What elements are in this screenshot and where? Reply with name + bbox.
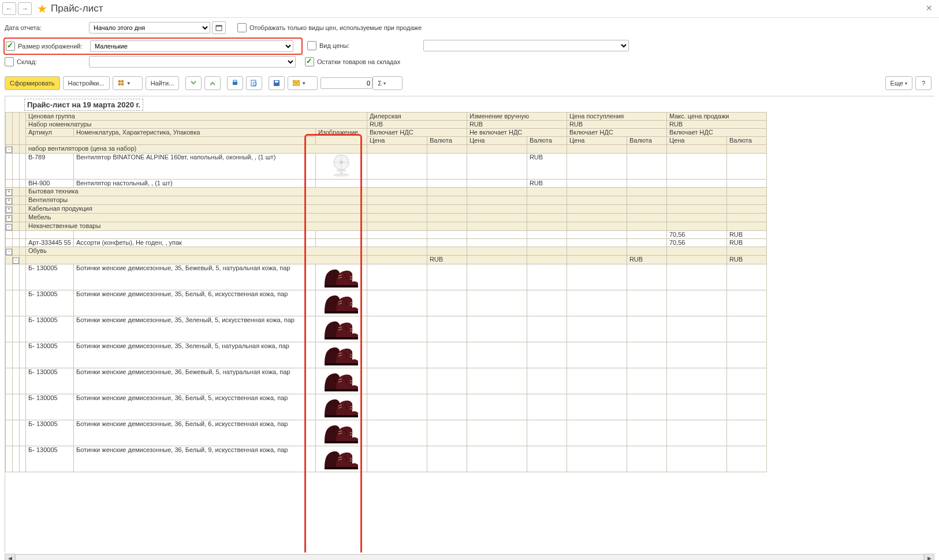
close-icon[interactable]: ✕: [924, 3, 934, 13]
table-row[interactable]: Б- 130005Ботинки женские демисезонные, 3…: [6, 394, 767, 420]
table-row[interactable]: +Бытовая техника: [6, 188, 767, 196]
image-size-label: Размер изображений:: [18, 43, 82, 50]
image-size-combo[interactable]: Маленькие: [90, 40, 293, 52]
report-date-combo[interactable]: Начало этого дня: [89, 22, 210, 33]
variants-button[interactable]: ▼: [113, 76, 143, 90]
svg-point-16: [340, 160, 343, 164]
table-row[interactable]: +Вентиляторы: [6, 196, 767, 205]
shoe-thumbnail-icon: [321, 368, 362, 393]
svg-rect-19: [340, 171, 342, 175]
save-button[interactable]: [269, 76, 285, 90]
star-icon: ★: [37, 2, 47, 16]
sklad-checkbox[interactable]: [5, 57, 14, 66]
collapse-all-button[interactable]: [204, 76, 221, 90]
svg-rect-7: [233, 80, 237, 82]
table-row[interactable]: -Обувь: [6, 247, 767, 256]
vid-ceny-checkbox[interactable]: [307, 41, 316, 50]
shoe-thumbnail-icon: [321, 264, 362, 289]
svg-rect-2: [118, 80, 121, 83]
sum-button[interactable]: Σ▾: [372, 76, 403, 90]
table-row[interactable]: Б- 130005Ботинки женские демисезонные, 3…: [6, 342, 767, 368]
table-row[interactable]: ВН-900Вентилятор настольный, , (1 шт)RUB: [6, 180, 767, 188]
hdr-nomen: Номенклатура, Характеристика, Упаковка: [73, 129, 315, 137]
fan-thumbnail-icon: [321, 154, 362, 178]
tree-toggle-icon[interactable]: +: [6, 215, 12, 222]
hdr-cost-price: Цена поступления: [567, 113, 666, 121]
table-row[interactable]: -RUBRUBRUB: [6, 256, 767, 264]
ostatki-checkbox[interactable]: [305, 57, 314, 66]
tree-toggle-icon[interactable]: +: [6, 189, 12, 196]
nav-fwd-button[interactable]: →: [18, 2, 32, 15]
preview-button[interactable]: [246, 76, 262, 90]
hdr-artikul: Артикул: [26, 129, 74, 137]
tree-toggle-icon[interactable]: -: [6, 249, 12, 255]
form-report-button[interactable]: Сформировать: [5, 76, 60, 90]
table-row[interactable]: Арт-333445 55Ассорти (конфеты), Не годен…: [6, 239, 767, 247]
svg-rect-1: [216, 25, 222, 27]
image-size-checkbox[interactable]: [6, 42, 15, 51]
shoe-thumbnail-icon: [321, 394, 362, 419]
svg-rect-4: [118, 83, 121, 85]
horizontal-scrollbar[interactable]: ◀▶: [5, 554, 934, 560]
table-row[interactable]: +Кабельная продукция: [6, 205, 767, 214]
email-button[interactable]: ▼: [288, 76, 318, 90]
shoe-thumbnail-icon: [321, 316, 362, 341]
tree-toggle-icon[interactable]: +: [6, 198, 12, 204]
vid-ceny-combo[interactable]: [423, 40, 629, 51]
vid-ceny-label: Вид цены:: [319, 42, 354, 49]
hdr-dealer: Дилерская: [367, 113, 467, 121]
shoe-thumbnail-icon: [321, 446, 362, 471]
shoe-thumbnail-icon: [321, 420, 362, 445]
svg-rect-11: [275, 81, 278, 83]
page-title: Прайс-лист: [51, 3, 103, 14]
find-button[interactable]: Найти...: [146, 76, 180, 90]
svg-rect-3: [121, 80, 124, 83]
table-row[interactable]: Б- 130005Ботинки женские демисезонные, 3…: [6, 420, 767, 446]
nav-back-button[interactable]: ←: [2, 2, 16, 15]
more-button[interactable]: Еще▾: [885, 76, 912, 90]
table-row[interactable]: 70,56RUB: [6, 231, 767, 239]
goto-line-input[interactable]: [321, 77, 372, 89]
table-row[interactable]: Б- 130005Ботинки женские демисезонные, 3…: [6, 368, 767, 394]
shoe-thumbnail-icon: [321, 290, 362, 315]
print-button[interactable]: [227, 76, 243, 90]
report-area[interactable]: Прайс-лист на 19 марта 2020 г. Ценовая г…: [5, 96, 934, 552]
hdr-max-sale: Макс. цена продажи: [666, 113, 766, 121]
tree-toggle-icon[interactable]: -: [6, 224, 12, 230]
show-only-sales-prices-label: Отображать только виды цен, используемые…: [249, 24, 422, 31]
report-title: Прайс-лист на 19 марта 2020 г.: [24, 99, 143, 111]
svg-rect-5: [121, 83, 124, 85]
ostatki-label: Остатки товаров на складах: [317, 58, 400, 65]
hdr-nomen-set: Набор номенклатуры: [26, 121, 367, 129]
table-row[interactable]: -Некачественные товары: [6, 222, 767, 231]
hdr-image: Изображение: [315, 129, 367, 145]
tree-toggle-icon[interactable]: -: [13, 257, 19, 264]
tree-toggle-icon[interactable]: +: [6, 207, 12, 213]
show-only-sale-prices-checkbox[interactable]: [237, 23, 247, 32]
calendar-icon[interactable]: [212, 21, 226, 34]
table-row[interactable]: Б- 130005Ботинки женские демисезонные, 3…: [6, 446, 767, 472]
report-date-label: Дата отчета:: [5, 24, 42, 31]
svg-rect-6: [233, 82, 237, 85]
expand-all-button[interactable]: [185, 76, 202, 90]
settings-button[interactable]: Настройки...: [63, 76, 110, 90]
table-row[interactable]: В-789Вентилятор BINATONE ALPINE 160вт, н…: [6, 154, 767, 180]
table-row[interactable]: Б- 130005Ботинки женские демисезонные, 3…: [6, 290, 767, 316]
shoe-thumbnail-icon: [321, 342, 362, 367]
sklad-label: Склад:: [17, 58, 37, 65]
table-row[interactable]: Б- 130005Ботинки женские демисезонные, 3…: [6, 316, 767, 342]
table-row[interactable]: +Мебель: [6, 214, 767, 222]
hdr-changed-manual: Изменение вручную: [467, 113, 567, 121]
sklad-combo[interactable]: [89, 56, 296, 68]
svg-rect-17: [337, 170, 346, 171]
tree-toggle-icon[interactable]: -: [6, 147, 12, 153]
table-row[interactable]: Б- 130005Ботинки женские демисезонные, 3…: [6, 264, 767, 290]
hdr-price-group: Ценовая группа: [26, 113, 367, 121]
help-button[interactable]: ?: [915, 76, 931, 90]
table-row[interactable]: -набор вентиляторов (цена за набор): [6, 145, 767, 154]
